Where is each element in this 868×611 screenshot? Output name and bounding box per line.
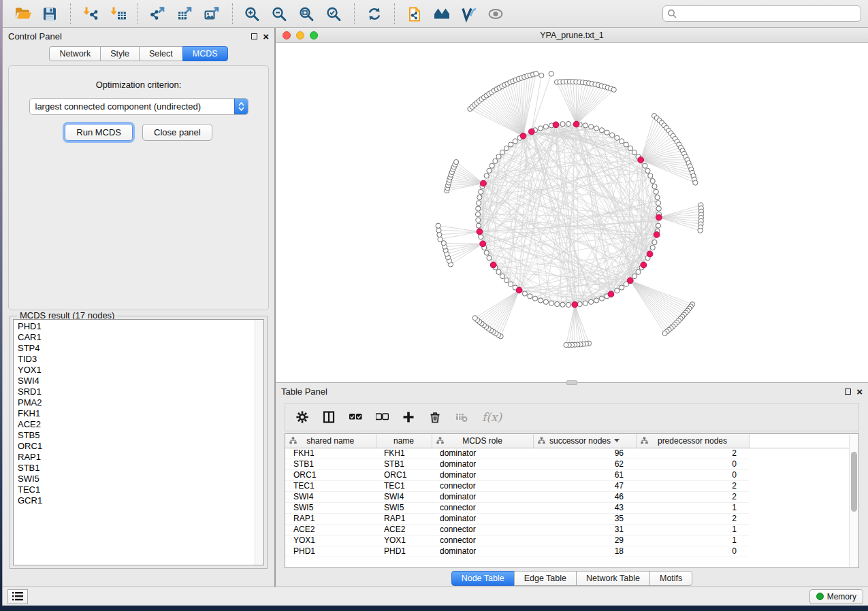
zoom-out-icon[interactable] [270, 3, 290, 24]
delete-column-icon[interactable] [429, 411, 442, 423]
cell-filler [749, 480, 849, 491]
mcds-result-item[interactable]: ACE2 [18, 419, 263, 430]
column-header-successor_nodes[interactable]: successor nodes [533, 434, 636, 448]
cell-successor_nodes: 35 [533, 513, 636, 524]
export-table-icon[interactable] [175, 3, 195, 24]
unselect-all-icon[interactable] [376, 411, 389, 423]
mcds-result-item[interactable]: YOX1 [18, 365, 263, 376]
tab-motifs[interactable]: Motifs [649, 571, 692, 586]
tab-style[interactable]: Style [100, 46, 140, 61]
table-row[interactable]: RAP1RAP1dominator352 [285, 513, 849, 524]
add-column-icon[interactable] [402, 411, 415, 423]
tab-network-table[interactable]: Network Table [576, 571, 650, 586]
float-table-panel-icon[interactable] [845, 389, 851, 395]
tab-node-table[interactable]: Node Table [451, 571, 515, 586]
mcds-result-item[interactable]: STP4 [18, 343, 263, 354]
mcds-result-item[interactable]: CAR1 [18, 332, 263, 343]
table-row[interactable]: PHD1PHD1dominator180 [285, 546, 849, 557]
refresh-icon[interactable] [364, 3, 385, 24]
optimization-criterion-select[interactable]: largest connected component (undirected) [29, 98, 248, 115]
column-header-predecessor_nodes[interactable]: predecessor nodes [636, 434, 749, 448]
cell-name: RAP1 [376, 513, 432, 524]
mcds-result-item[interactable]: PMA2 [18, 397, 263, 408]
table-scrollbar-thumb[interactable] [851, 452, 857, 512]
toolbar-separator [394, 3, 395, 24]
gear-icon[interactable] [296, 411, 309, 423]
cell-predecessor_nodes: 0 [636, 469, 749, 480]
table-row[interactable]: SWI5SWI5connector431 [285, 502, 849, 513]
table-row[interactable]: SWI4SWI4dominator462 [285, 491, 849, 502]
zoom-fit-icon[interactable] [297, 3, 317, 24]
cell-shared_name: SWI4 [285, 491, 376, 502]
mcds-result-item[interactable]: SWI5 [18, 474, 263, 484]
mcds-result-item[interactable]: RAP1 [18, 452, 263, 463]
table-row[interactable]: ORC1ORC1dominator610 [285, 469, 849, 480]
cell-predecessor_nodes: 1 [636, 524, 749, 535]
import-network-icon[interactable] [80, 3, 101, 24]
column-header-name[interactable]: name [376, 434, 432, 448]
optimization-criterion-value: largest connected component (undirected) [30, 101, 234, 112]
cell-shared_name: TEC1 [285, 480, 376, 491]
column-header-mcds_role[interactable]: MCDS role [432, 434, 533, 448]
mcds-result-item[interactable]: SRD1 [18, 386, 263, 397]
export-network-icon[interactable] [148, 3, 168, 24]
close-table-panel-icon[interactable]: × [856, 389, 863, 395]
mcds-result-item[interactable]: SWI4 [18, 376, 263, 386]
search-input[interactable] [677, 9, 856, 18]
mcds-result-item[interactable]: GCR1 [18, 495, 263, 506]
cell-mcds_role: dominator [432, 491, 533, 502]
mcds-result-item[interactable]: STB1 [18, 463, 263, 474]
float-panel-icon[interactable] [251, 33, 257, 39]
table-header-row: shared namenameMCDS rolesuccessor nodesp… [285, 434, 849, 448]
splitter-handle[interactable] [566, 380, 577, 385]
run-mcds-button[interactable]: Run MCDS [65, 124, 133, 141]
save-session-icon[interactable] [40, 3, 61, 24]
tab-edge-table[interactable]: Edge Table [514, 571, 577, 586]
network-graph[interactable] [276, 43, 866, 382]
memory-button[interactable]: Memory [809, 589, 863, 604]
import-table-icon[interactable] [108, 3, 128, 24]
toolbar-separator [70, 3, 71, 24]
split-panel-icon[interactable] [323, 411, 336, 423]
close-panel-button[interactable]: Close panel [142, 124, 212, 141]
cell-successor_nodes: 61 [533, 469, 636, 480]
tab-mcds[interactable]: MCDS [182, 46, 228, 61]
open-file-icon[interactable] [13, 3, 33, 24]
cell-successor_nodes: 29 [533, 535, 636, 546]
search-box[interactable] [662, 5, 861, 22]
zoom-selected-icon[interactable] [324, 3, 344, 24]
show-hide-icon[interactable] [486, 3, 507, 24]
mcds-list-scrollbar[interactable] [255, 320, 263, 565]
network-canvas[interactable] [276, 43, 868, 382]
mcds-result-item[interactable]: STB5 [18, 430, 263, 441]
cell-filler [749, 491, 849, 502]
tab-network[interactable]: Network [49, 46, 101, 61]
table-scrollbar[interactable] [849, 435, 858, 567]
zoom-in-icon[interactable] [242, 3, 263, 24]
select-all-icon[interactable] [349, 411, 362, 423]
table-row[interactable]: STB1STB1dominator620 [285, 459, 849, 469]
cell-mcds_role: dominator [432, 459, 533, 469]
mcds-result-item[interactable]: TEC1 [18, 484, 263, 495]
table-row[interactable]: TEC1TEC1connector472 [285, 480, 849, 491]
tab-select[interactable]: Select [139, 46, 183, 61]
table-panel-title: Table Panel [281, 386, 327, 397]
toolbar-separator [232, 3, 233, 24]
mcds-result-item[interactable]: ORC1 [18, 441, 263, 452]
export-image-icon[interactable] [202, 3, 223, 24]
cell-shared_name: PHD1 [285, 546, 376, 557]
network-from-selection-icon[interactable] [404, 3, 425, 24]
column-header-shared_name[interactable]: shared name [285, 434, 376, 448]
cell-mcds_role: dominator [432, 513, 533, 524]
vizmapper-icon[interactable] [459, 3, 479, 24]
mcds-result-item[interactable]: FKH1 [18, 408, 263, 419]
close-panel-icon[interactable]: × [263, 33, 269, 40]
table-row[interactable]: FKH1FKH1dominator962 [285, 448, 849, 459]
first-neighbors-icon[interactable] [432, 3, 452, 24]
table-row[interactable]: YOX1YOX1connector291 [285, 535, 849, 546]
mcds-result-list[interactable]: PHD1CAR1STP4TID3YOX1SWI4SRD1PMA2FKH1ACE2… [13, 319, 264, 565]
task-history-button[interactable] [7, 589, 28, 604]
mcds-result-item[interactable]: PHD1 [18, 321, 263, 332]
table-row[interactable]: ACE2ACE2connector311 [285, 524, 849, 535]
mcds-result-item[interactable]: TID3 [18, 354, 263, 365]
